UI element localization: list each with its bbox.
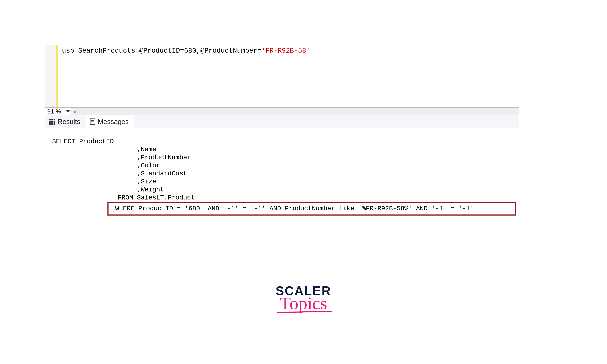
tab-messages[interactable]: Messages <box>86 115 134 128</box>
param2-name: @ProductNumber <box>200 47 257 55</box>
messages-line: FROM SalesLT.Product <box>52 194 195 201</box>
zoom-level-value: 91 % <box>47 108 61 115</box>
messages-line: ,StandardCost <box>52 170 187 177</box>
scroll-left-icon[interactable]: ◂ <box>71 108 78 115</box>
messages-line: ,Color <box>52 162 160 169</box>
tab-results-label: Results <box>58 118 80 126</box>
editor-splitter-bar[interactable]: 91 % ◂ <box>45 107 519 115</box>
messages-line: ,Size <box>52 178 156 185</box>
highlighted-where-clause: WHERE ProductID = '680' AND '-1' = '-1' … <box>107 202 516 216</box>
editor-change-marker <box>56 45 58 107</box>
editor-content[interactable]: usp_SearchProducts @ProductID=680,@Produ… <box>58 45 519 107</box>
results-tabs: Results Messages <box>45 115 519 128</box>
tab-messages-label: Messages <box>98 118 129 126</box>
messages-highlighted-line: WHERE ProductID = '680' AND '-1' = '-1' … <box>111 205 474 212</box>
watermark-line2: Topics <box>0 293 607 313</box>
query-editor[interactable]: usp_SearchProducts @ProductID=680,@Produ… <box>45 45 519 107</box>
document-icon <box>90 118 95 125</box>
messages-line: ,Weight <box>52 186 164 194</box>
zoom-level-combo[interactable]: 91 % <box>45 108 71 115</box>
param1-value: 680 <box>184 47 196 55</box>
editor-line-gutter <box>45 45 56 107</box>
messages-line: SELECT ProductID <box>52 138 114 145</box>
param1-name: @ProductID <box>139 47 180 55</box>
messages-line: ,Name <box>52 146 156 153</box>
messages-line: ,ProductNumber <box>52 154 191 161</box>
tab-results[interactable]: Results <box>45 115 86 128</box>
ssms-window: usp_SearchProducts @ProductID=680,@Produ… <box>45 45 519 257</box>
grid-icon <box>49 119 55 125</box>
messages-pane[interactable]: SELECT ProductID ,Name ,ProductNumber ,C… <box>45 128 519 258</box>
proc-name: usp_SearchProducts <box>62 47 135 55</box>
scaler-topics-watermark: SCALER Topics <box>0 284 607 313</box>
chevron-down-icon <box>66 110 70 112</box>
param2-string: 'FR-R92B-58' <box>261 47 310 55</box>
